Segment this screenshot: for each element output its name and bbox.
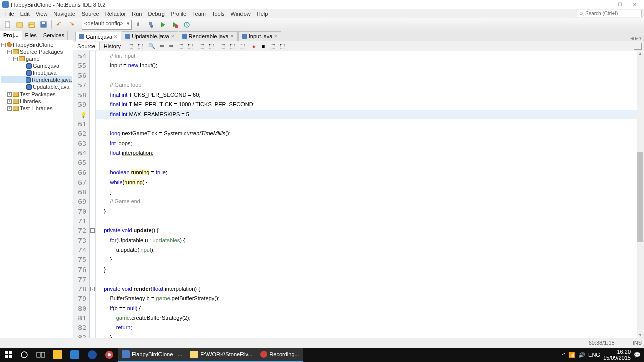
tab-close-icon[interactable]: ✕ [274, 34, 278, 39]
file-tab-input[interactable]: Input.java✕ [238, 31, 282, 41]
tree-libraries[interactable]: +Libraries [1, 98, 72, 105]
tab-list-icon[interactable]: ▾ [639, 36, 642, 41]
editor-bookmark-next-button[interactable]: ⬚ [228, 42, 237, 50]
clean-build-button[interactable] [145, 19, 156, 30]
editor-mode-source[interactable]: Source [73, 42, 100, 50]
cortana-button[interactable] [16, 348, 32, 362]
tree-file-renderable[interactable]: Renderable.java [1, 76, 72, 83]
taskbar-explorer[interactable]: F:\WORK\StoneRiv... [186, 348, 256, 362]
editor-uncomment-button[interactable]: ⬚ [278, 42, 287, 50]
menu-source[interactable]: Source [78, 10, 102, 18]
tray-volume-icon[interactable]: 🔊 [578, 352, 585, 358]
start-button[interactable] [0, 348, 16, 362]
window-close-button[interactable]: ✕ [628, 1, 642, 9]
java-file-icon [242, 34, 247, 39]
file-tab-renderable[interactable]: Renderable.java✕ [179, 31, 238, 41]
menu-debug[interactable]: Debug [145, 10, 167, 18]
tab-close-icon[interactable]: ✕ [230, 34, 234, 39]
file-tab-updatable[interactable]: Updatable.java✕ [122, 31, 178, 41]
svg-point-0 [580, 12, 582, 14]
vertical-scrollbar[interactable]: ▲ ▼ [637, 51, 644, 338]
editor-toggle-button[interactable]: ⬚ [176, 42, 185, 50]
new-project-button[interactable] [14, 19, 25, 30]
search-input[interactable] [585, 11, 639, 16]
menu-edit[interactable]: Edit [17, 10, 33, 18]
editor-nav-back-button[interactable]: ⬚ [126, 42, 135, 50]
editor-stop-macro-button[interactable]: ■ [259, 42, 268, 50]
undo-button[interactable] [54, 19, 65, 30]
build-button[interactable] [133, 19, 144, 30]
editor-comment-button[interactable]: ⬚ [268, 42, 277, 50]
code-editor[interactable]: 545556575859💡616263646566676869707172737… [73, 51, 644, 338]
menu-refactor[interactable]: Refactor [102, 10, 129, 18]
tab-scroll-left-icon[interactable]: ◀ [630, 36, 634, 41]
scrollbar-thumb[interactable] [637, 152, 643, 242]
tree-test-libraries[interactable]: +Test Libraries [1, 105, 72, 112]
menu-view[interactable]: View [33, 10, 51, 18]
editor-find-button[interactable]: 🔍 [147, 42, 156, 50]
file-tab-game[interactable]: Game.java✕ [75, 32, 121, 41]
taskbar-app-3[interactable] [84, 348, 101, 362]
editor-split-button[interactable] [634, 43, 642, 50]
menu-navigate[interactable]: Navigate [50, 10, 78, 18]
config-dropdown[interactable]: <default config> [82, 20, 132, 30]
java-file-icon [182, 34, 187, 39]
profile-button[interactable] [181, 19, 192, 30]
tray-language[interactable]: ENG [588, 352, 600, 358]
taskbar-recording[interactable]: Recording... [256, 348, 303, 362]
taskbar-app-1[interactable] [49, 348, 66, 362]
sidebar-tab-files[interactable]: Files [22, 31, 40, 40]
editor-shift-left-button[interactable]: ⬚ [197, 42, 206, 50]
tree-src-packages[interactable]: −Source Packages [1, 48, 72, 55]
svg-point-14 [21, 352, 27, 358]
tree-package-game[interactable]: −game [1, 55, 72, 62]
tab-close-icon[interactable]: ✕ [171, 34, 175, 39]
save-all-button[interactable] [38, 19, 49, 30]
editor-shift-right-button[interactable]: ⬚ [207, 42, 216, 50]
menubar: File Edit View Navigate Source Refactor … [0, 9, 644, 18]
taskbar-netbeans[interactable]: FlappyBirdClone - ... [118, 348, 186, 362]
code-text[interactable]: // Init input input = new Input(); // Ga… [96, 51, 644, 338]
taskbar-app-chrome[interactable] [101, 348, 118, 362]
menu-tools[interactable]: Tools [209, 10, 228, 18]
search-icon [579, 11, 584, 16]
editor-bookmark-prev-button[interactable]: ⬚ [237, 42, 247, 50]
tree-project-node[interactable]: −FlappyBirdClone [1, 41, 72, 48]
menu-file[interactable]: File [2, 10, 17, 18]
tray-notifications-icon[interactable]: 💬 [634, 352, 641, 358]
tray-chevron-icon[interactable]: ^ [562, 352, 565, 358]
open-project-button[interactable] [26, 19, 37, 30]
tray-clock[interactable]: 16:20 15/09/2015 [603, 349, 631, 361]
menu-team[interactable]: Team [189, 10, 209, 18]
editor-nav-fwd-button[interactable]: ⬚ [136, 42, 145, 50]
editor-bookmark-button[interactable]: ⬚ [218, 42, 227, 50]
tab-scroll-right-icon[interactable]: ▶ [635, 36, 638, 41]
task-view-button[interactable] [32, 348, 49, 362]
debug-button[interactable] [169, 19, 180, 30]
run-button[interactable] [157, 19, 168, 30]
tree-test-packages[interactable]: +Test Packages [1, 90, 72, 98]
redo-button[interactable] [66, 19, 77, 30]
tree-file-updatable[interactable]: Updatable.java [1, 83, 72, 90]
window-minimize-button[interactable]: — [598, 1, 612, 9]
menu-window[interactable]: Window [228, 10, 254, 18]
tree-file-game[interactable]: Game.java [1, 62, 72, 69]
editor-mode-history[interactable]: History [100, 42, 125, 50]
tab-close-icon[interactable]: ✕ [114, 34, 118, 39]
editor-next-button[interactable]: ⇨ [167, 42, 176, 50]
editor-prev-button[interactable]: ⇦ [157, 42, 166, 50]
tray-network-icon[interactable]: 📶 [568, 352, 575, 358]
sidebar-tab-projects[interactable]: Proj... [0, 31, 22, 40]
new-file-button[interactable] [2, 19, 13, 30]
sidebar-tab-services[interactable]: Services [40, 31, 68, 40]
global-search[interactable] [577, 10, 642, 17]
menu-run[interactable]: Run [129, 10, 145, 18]
menu-help[interactable]: Help [254, 10, 271, 18]
java-file-icon [125, 34, 130, 39]
tree-file-input[interactable]: Input.java [1, 69, 72, 76]
window-maximize-button[interactable]: ☐ [613, 1, 627, 9]
taskbar-app-2[interactable] [66, 348, 84, 362]
menu-profile[interactable]: Profile [168, 10, 189, 18]
editor-record-macro-button[interactable]: ● [249, 42, 258, 50]
editor-highlight-button[interactable]: ⬚ [186, 42, 195, 50]
